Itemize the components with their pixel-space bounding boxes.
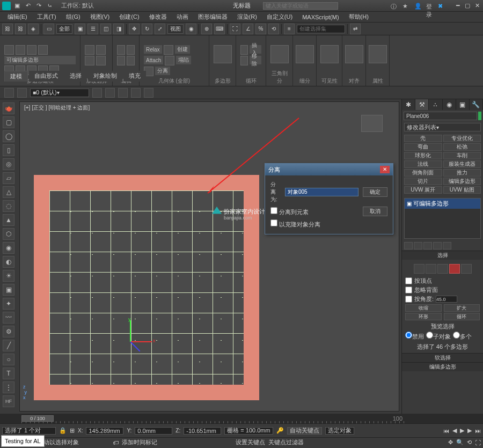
tube-icon[interactable]: ◌ [3, 200, 14, 212]
stack-unique-icon[interactable] [423, 242, 432, 249]
mod-bevelprof-button[interactable]: 倒角剖面 [404, 169, 442, 177]
bind-icon[interactable]: ◈ [28, 24, 39, 34]
layer6-icon[interactable] [131, 88, 141, 98]
dialog-close-icon[interactable]: ✕ [380, 166, 390, 173]
app-icon[interactable] [2, 2, 11, 10]
menu-maxscript[interactable]: MAXScript(M) [298, 13, 343, 21]
tab-modify-icon[interactable]: ⚒ [415, 99, 429, 110]
cone-icon[interactable]: △ [3, 186, 14, 198]
coord-toggle-icon[interactable]: ⊞ [70, 427, 75, 434]
space-warp-icon[interactable]: 〰 [3, 312, 14, 324]
mod-lathe-button[interactable]: 车削 [443, 152, 481, 159]
mod-normal-button[interactable]: 法线 [404, 160, 442, 168]
select-link-icon[interactable]: ⛓ [2, 24, 13, 34]
mod-slice-button[interactable]: 切片 [404, 178, 442, 185]
info-icon[interactable]: ⓘ [391, 3, 399, 9]
create-icon[interactable] [164, 45, 173, 55]
menu-customize[interactable]: 自定义(U) [262, 12, 297, 22]
layer7-icon[interactable] [144, 88, 153, 98]
menu-tools[interactable]: 工具(T) [33, 12, 61, 22]
tab-utilities-icon[interactable]: 🔧 [470, 99, 483, 110]
menu-views[interactable]: 视图(V) [86, 12, 114, 22]
modifier-list-dropdown[interactable]: 修改器列表 ▾ [404, 123, 481, 131]
system-icon[interactable]: ⚙ [3, 326, 14, 337]
layer3-icon[interactable] [92, 88, 102, 98]
edit1-icon[interactable] [117, 45, 125, 55]
ok-button[interactable]: 确定 [363, 187, 387, 197]
loop-button[interactable]: 循环 [444, 313, 480, 320]
mod-bend-button[interactable]: 弯曲 [404, 143, 442, 151]
autokey-button[interactable]: 自动关键点 [287, 427, 322, 435]
mod-push-button[interactable]: 推力 [443, 169, 481, 177]
menu-edit[interactable]: 编辑(E) [3, 12, 32, 22]
pivot-icon[interactable]: ◉ [186, 24, 196, 34]
preview-subobj-radio[interactable] [426, 332, 433, 339]
viewcube[interactable] [361, 115, 383, 132]
maximize-icon[interactable]: ▢ [464, 2, 471, 10]
polymode3-icon[interactable] [27, 45, 36, 55]
detach-clone-checkbox[interactable] [270, 219, 277, 226]
time-slider[interactable]: 0 / 100 100 [0, 414, 483, 423]
x-icon[interactable]: ✖ [438, 3, 447, 9]
menu-modifiers[interactable]: 修改器 [145, 12, 171, 22]
viewport-label[interactable]: [+] [正交 ] [明暗处理 + 边面] [24, 104, 90, 112]
plane-icon[interactable]: ▱ [3, 172, 14, 184]
window-crossing-icon[interactable]: ◨ [113, 24, 124, 34]
cylinder-icon[interactable]: ▯ [3, 144, 14, 156]
nav-orbit-icon[interactable]: ⟲ [467, 439, 472, 446]
play-next-icon[interactable]: ▶ [467, 427, 472, 434]
play-prev-icon[interactable]: ◀ [452, 427, 457, 434]
helper-icon[interactable]: ✦ [3, 298, 14, 310]
keyfilter-button[interactable]: 关键点过滤器 [268, 438, 304, 446]
selection-set-input[interactable] [297, 25, 345, 33]
setkey-button[interactable]: 设置关键点 [236, 438, 265, 446]
snap-icon[interactable]: ⛶ [230, 24, 240, 34]
preview-off-radio[interactable] [405, 332, 412, 339]
angle-input[interactable] [436, 296, 457, 303]
remove-icon[interactable] [240, 56, 248, 65]
shape-circle-icon[interactable]: ○ [3, 354, 14, 365]
cancel-button[interactable]: 取消 [363, 207, 387, 216]
camera-icon[interactable]: ▣ [3, 284, 14, 296]
modifier-stack[interactable]: ▣ 可编辑多边形 [404, 198, 481, 239]
menu-help[interactable]: 帮助(H) [345, 12, 373, 22]
menu-group[interactable]: 组(G) [62, 12, 85, 22]
rollout-softsel-header[interactable]: 软选择 [402, 354, 483, 362]
minimize-icon[interactable]: ━ [454, 2, 462, 10]
insert-icon[interactable] [240, 45, 248, 55]
attach-button[interactable]: Attach [144, 56, 163, 64]
nav-pan-icon[interactable]: ✥ [448, 439, 453, 446]
undo-icon[interactable]: ↶ [24, 2, 32, 10]
shape-text-icon[interactable]: T [3, 368, 14, 379]
mod-editpoly-button[interactable]: 编辑多边形 [443, 178, 481, 185]
login-label[interactable]: 登录 [426, 3, 435, 9]
detach-element-checkbox[interactable] [270, 207, 277, 214]
layer-dropdown[interactable]: ■ 0 (默认) ▾ [30, 89, 89, 97]
select-region-icon[interactable]: ◫ [100, 24, 111, 34]
modsel4-icon[interactable] [96, 56, 106, 65]
stack-pin-icon[interactable] [404, 242, 413, 249]
close-icon[interactable]: ✕ [473, 2, 481, 10]
ring-button[interactable]: 环形 [405, 313, 442, 320]
detach-name-input[interactable] [285, 188, 358, 196]
select-object-icon[interactable]: ▣ [75, 24, 85, 34]
keymode-dropdown[interactable]: 选定对象 [325, 427, 354, 435]
tab-populate[interactable]: 填充 [123, 71, 146, 82]
rollout-editpoly-header[interactable]: 编辑多边形 [402, 363, 483, 371]
edit4-icon[interactable] [127, 56, 135, 65]
layer5-icon[interactable] [118, 88, 128, 98]
by-angle-checkbox[interactable] [405, 296, 412, 303]
unlink-icon[interactable]: ⛓ [15, 24, 26, 34]
misc1-icon[interactable]: ⋮ [3, 381, 14, 393]
so-edge-icon[interactable] [426, 264, 436, 274]
modsel2-icon[interactable] [96, 45, 106, 55]
named-sel-icon[interactable]: ≡ [284, 24, 295, 34]
nav-max-icon[interactable]: ⛶ [475, 439, 481, 446]
sphere-icon[interactable]: ◯ [3, 130, 14, 142]
layer1-icon[interactable] [4, 88, 14, 98]
user-icon[interactable]: 👤 [414, 3, 423, 9]
align-icon[interactable] [345, 45, 363, 63]
play-icon[interactable]: ▶ [460, 427, 464, 434]
shrink-button[interactable]: 收缩 [405, 304, 442, 312]
prop-icon[interactable] [369, 45, 387, 63]
